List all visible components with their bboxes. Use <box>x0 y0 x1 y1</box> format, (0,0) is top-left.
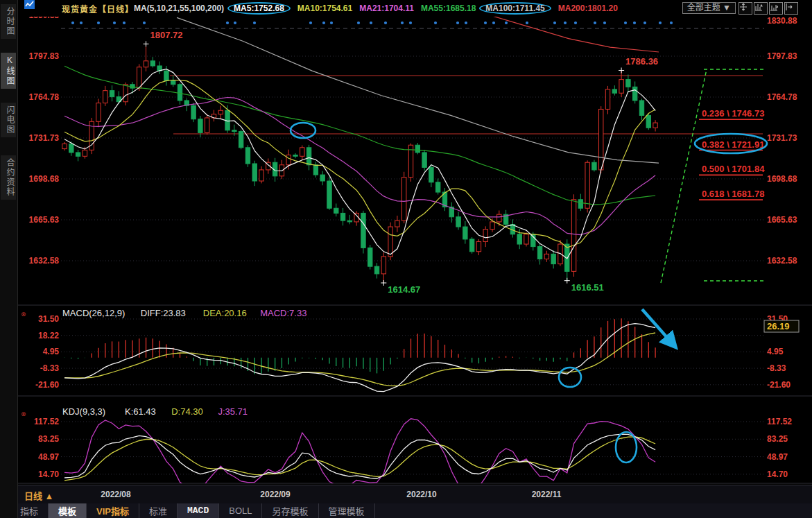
signal-dot <box>401 21 404 24</box>
macd-axis-left: -21.60 <box>35 380 59 390</box>
signal-dot <box>553 21 556 24</box>
macd-axis-left: -8.33 <box>40 363 60 373</box>
ma10-line <box>64 80 655 248</box>
signal-dot <box>370 21 372 24</box>
candle-body <box>171 80 175 84</box>
price-axis-right: 1632.58 <box>767 256 797 266</box>
macd-axis-right: -8.33 <box>767 363 786 373</box>
candle-body <box>340 213 345 221</box>
signal-dot <box>564 21 567 24</box>
signal-dot <box>594 21 596 24</box>
theme-select-button[interactable]: 全部主题 ▼ <box>682 2 736 14</box>
signal-dot <box>234 21 236 24</box>
ma55-line <box>64 66 655 205</box>
period-selector[interactable]: 日线 ▲ <box>24 489 53 502</box>
candle-body <box>463 227 467 239</box>
price-axis-right: 1698.68 <box>767 174 797 184</box>
signal-dot <box>633 21 636 24</box>
tab-VIP指标[interactable]: VIP指标 <box>87 503 139 518</box>
candle-body <box>599 109 603 169</box>
sidebar-item-0[interactable]: 分时图 <box>1 4 16 39</box>
signal-dot <box>574 21 577 24</box>
macd-axis-left: 18.22 <box>38 331 59 340</box>
candle-body <box>592 162 596 170</box>
sidebar-item-2[interactable]: 闪电图 <box>1 103 16 137</box>
candle-body <box>497 214 501 222</box>
signal-dot <box>123 21 126 24</box>
signal-dot <box>492 21 495 24</box>
k-line <box>64 434 655 478</box>
sidebar-item-1[interactable]: K线图 <box>1 53 16 89</box>
indicator-tab-bar: 指标模板VIP指标标准MACDBOLL另存模板管理模板 <box>0 503 812 518</box>
macd-current-value: 26.19 <box>767 321 790 331</box>
macd-axis-left: 31.50 <box>38 314 59 324</box>
candle-body <box>96 103 101 122</box>
candle-body <box>198 119 202 133</box>
tab-BOLL[interactable]: BOLL <box>219 503 262 518</box>
candle-body <box>69 144 74 152</box>
candle-body <box>612 89 616 93</box>
candle-body <box>524 234 528 244</box>
kdj-axis-right: 83.25 <box>767 434 788 444</box>
kdj-layer <box>64 419 655 492</box>
signal-dot <box>505 21 508 24</box>
candle-body <box>646 115 650 128</box>
fit-width-icon[interactable] <box>754 2 768 15</box>
candle-body <box>123 85 128 102</box>
extreme-label: 1614.67 <box>388 284 420 295</box>
candle-body <box>605 89 610 110</box>
candle-body <box>347 221 352 222</box>
circle-macd-cross <box>559 368 581 387</box>
candle-body <box>245 148 250 164</box>
fib-label-0.500: 0.500 \ 1701.84 <box>702 164 765 174</box>
ma-value-5: MA100:1711.45 <box>479 2 551 15</box>
candle-body <box>259 170 264 181</box>
extreme-label: 1786.36 <box>625 56 658 67</box>
price-axis-left: 1665.63 <box>29 215 60 225</box>
tab-另存模板[interactable]: 另存模板 <box>262 503 318 518</box>
sidebar-item-3[interactable]: 合约资料 <box>1 155 16 200</box>
pan-right-icon[interactable] <box>784 2 798 15</box>
extreme-cross <box>564 278 570 284</box>
tab-模板[interactable]: 模板 <box>49 503 87 518</box>
signal-dot <box>309 21 312 24</box>
candle-body <box>178 85 182 101</box>
kdj-axis-left: 48.97 <box>38 452 59 462</box>
ma21-line <box>64 98 655 235</box>
candle-body <box>76 153 80 156</box>
chart-canvas[interactable]: 0.236 \ 1746.730.382 \ 1721.910.500 \ 17… <box>0 0 812 518</box>
panel-close-icon: ⊗ <box>21 311 26 318</box>
candle-body <box>490 222 494 230</box>
candle-body <box>306 148 311 165</box>
extreme-cross <box>381 280 386 286</box>
candle-body <box>483 230 487 242</box>
candle-body <box>639 101 643 115</box>
kline-mini-icon <box>24 0 35 9</box>
candle-body <box>571 200 576 272</box>
tab-MACD[interactable]: MACD <box>178 503 219 518</box>
candle-body <box>381 257 386 274</box>
signal-dot <box>670 21 673 24</box>
move-icon[interactable] <box>738 2 752 15</box>
price-axis-right: 1830.88 <box>767 16 797 26</box>
signal-dot <box>409 21 412 24</box>
tab-标准[interactable]: 标准 <box>139 503 178 518</box>
signal-dot <box>322 21 325 24</box>
signal-dot <box>143 21 146 24</box>
fit-height-icon[interactable] <box>769 2 783 15</box>
tab-管理模板[interactable]: 管理模板 <box>319 503 375 518</box>
signal-dot <box>330 21 333 24</box>
macd-axis-right: -21.60 <box>767 380 791 390</box>
candle-body <box>110 91 114 97</box>
candle-body <box>585 162 589 208</box>
candle-body <box>239 132 243 148</box>
candle-body <box>164 71 169 80</box>
candle-body <box>395 221 399 227</box>
ma200-line <box>485 14 659 52</box>
extreme-cross <box>619 67 624 73</box>
macd-header-2: DEA:20.16 <box>203 308 247 318</box>
signal-dot <box>465 21 467 24</box>
ma-value-2: MA10:1754.61 <box>297 3 352 13</box>
signal-dot <box>484 21 487 24</box>
candle-body <box>361 213 365 248</box>
